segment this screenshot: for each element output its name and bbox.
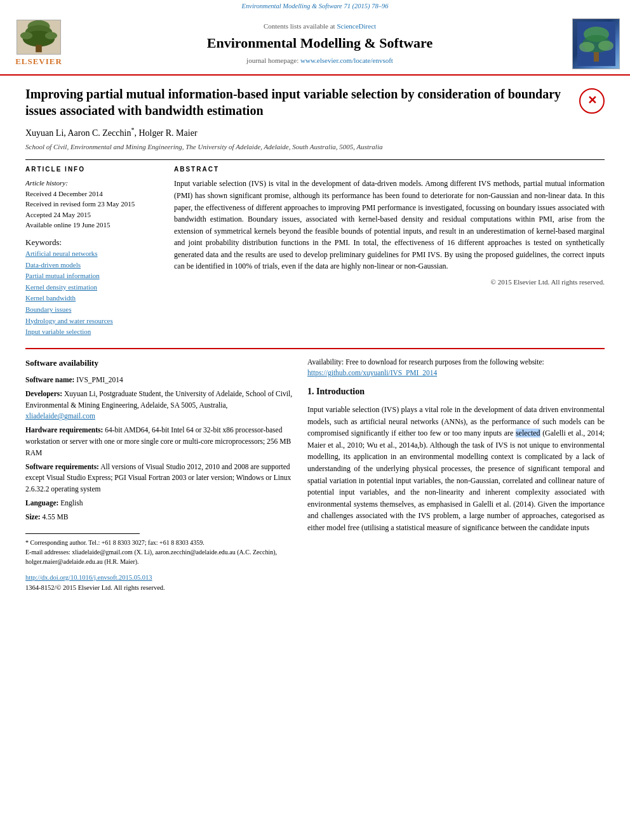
keyword-item[interactable]: Boundary issues: [25, 304, 159, 316]
availability-prefix: Availability: Free to download for resea…: [307, 358, 544, 366]
keyword-item[interactable]: Artificial neural networks: [25, 248, 159, 260]
crossmark-icon: ✕: [587, 93, 597, 108]
available-date: Available online 19 June 2015: [25, 220, 159, 230]
svg-point-6: [45, 32, 57, 39]
body-section: Software availability Software name: IVS…: [25, 357, 605, 593]
lower-divider: [25, 348, 605, 349]
page-content: Improving partial mutual information-bas…: [0, 76, 630, 604]
svg-point-10: [579, 42, 594, 52]
article-info-label: ARTICLE INFO: [25, 165, 159, 174]
introduction-col: Availability: Free to download for resea…: [307, 357, 605, 593]
doi-link[interactable]: http://dx.doi.org/10.1016/j.envsoft.2015…: [25, 574, 152, 581]
journal-homepage: journal homepage: www.elsevier.com/locat…: [67, 56, 572, 65]
revised-date: Received in revised form 23 May 2015: [25, 199, 159, 210]
article-title-section: Improving partial mutual information-bas…: [25, 86, 605, 119]
software-name-value: IVS_PMI_2014: [76, 376, 123, 383]
language-value: English: [60, 499, 83, 507]
footnote-divider: [25, 533, 140, 534]
corresponding-author-note: * Corresponding author. Tel.: +61 8 8303…: [25, 538, 292, 547]
keyword-item[interactable]: Kernel density estimation: [25, 282, 159, 293]
developers-value: Xuyuan Li, Postgraduate Student, the Uni…: [25, 390, 292, 409]
journal-thumbnail: [572, 18, 620, 69]
contents-line: Contents lists available at ScienceDirec…: [67, 22, 572, 31]
received-date: Received 4 December 2014: [25, 189, 159, 199]
journal-banner: ELSEVIER Contents lists available at Sci…: [0, 13, 630, 74]
footnote-block: * Corresponding author. Tel.: +61 8 8303…: [25, 538, 292, 566]
author-names: Xuyuan Li, Aaron C. Zecchin*, Holger R. …: [25, 128, 198, 138]
keyword-item[interactable]: Kernel bandwidth: [25, 293, 159, 304]
software-heading: Software availability: [25, 357, 292, 370]
abstract-col: ABSTRACT Input variable selection (IVS) …: [174, 165, 605, 337]
keyword-item[interactable]: Input variable selection: [25, 326, 159, 338]
keywords-heading: Keywords:: [25, 237, 159, 248]
journal-center-info: Contents lists available at ScienceDirec…: [67, 22, 572, 66]
journal-title: Environmental Modelling & Software: [67, 34, 572, 53]
copyright-line: © 2015 Elsevier Ltd. All rights reserved…: [174, 277, 605, 287]
software-req-entry: Software requirements: All versions of V…: [25, 462, 292, 495]
size-value: 4.55 MB: [43, 513, 69, 521]
selected-highlight: selected: [516, 429, 540, 437]
accepted-date: Accepted 24 May 2015: [25, 210, 159, 220]
article-title-text: Improving partial mutual information-bas…: [25, 86, 572, 119]
software-developers-entry: Developers: Xuyuan Li, Postgraduate Stud…: [25, 389, 292, 422]
hardware-label: Hardware requirements:: [25, 426, 103, 434]
svg-point-11: [598, 41, 613, 51]
article-history: Article history: Received 4 December 201…: [25, 178, 159, 230]
journal-header: Environmental Modelling & Software 71 (2…: [0, 0, 630, 76]
developers-email-link[interactable]: xliadelaide@gmail.com: [25, 412, 95, 420]
issn-line: 1364-8152/© 2015 Elsevier Ltd. All right…: [25, 583, 292, 593]
article-info-col: ARTICLE INFO Article history: Received 4…: [25, 165, 159, 337]
abstract-text: Input variable selection (IVS) is vital …: [174, 178, 605, 272]
keyword-item[interactable]: Hydrology and water resources: [25, 316, 159, 327]
language-label: Language:: [25, 499, 58, 507]
history-heading: Article history:: [25, 178, 159, 189]
software-col: Software availability Software name: IVS…: [25, 357, 292, 593]
svg-point-5: [20, 32, 32, 39]
journal-homepage-link[interactable]: www.elsevier.com/locate/envsoft: [300, 57, 393, 64]
elsevier-logo: ELSEVIER: [10, 20, 67, 67]
software-req-label: Software requirements:: [25, 463, 99, 470]
size-label: Size:: [25, 513, 41, 521]
size-entry: Size: 4.55 MB: [25, 512, 292, 523]
keyword-item[interactable]: Partial mutual information: [25, 270, 159, 282]
introduction-text: Input variable selection (IVS) plays a v…: [307, 404, 605, 534]
email-footnote: E-mail addresses: xliadelaide@gmail.com …: [25, 547, 292, 566]
introduction-heading: 1. Introduction: [307, 385, 605, 399]
crossmark-badge: ✕: [579, 88, 605, 114]
hardware-entry: Hardware requirements: 64-bit AMD64, 64-…: [25, 425, 292, 458]
elsevier-tree-image: [17, 20, 61, 55]
article-info-abstract-section: ARTICLE INFO Article history: Received 4…: [25, 165, 605, 337]
developers-label: Developers:: [25, 390, 62, 397]
abstract-label: ABSTRACT: [174, 165, 605, 174]
language-entry: Language: English: [25, 498, 292, 509]
journal-ref-line: Environmental Modelling & Software 71 (2…: [0, 0, 630, 13]
elsevier-text-label: ELSEVIER: [15, 56, 62, 67]
intro-number: 1.: [307, 387, 314, 396]
authors-line: Xuyuan Li, Aaron C. Zecchin*, Holger R. …: [25, 126, 605, 140]
email-label: E-mail addresses:: [25, 549, 70, 556]
software-name-label: Software name:: [25, 376, 74, 383]
affiliation-line: School of Civil, Environmental and Minin…: [25, 142, 605, 152]
intro-title: Introduction: [316, 387, 365, 396]
software-name-entry: Software name: IVS_PMI_2014: [25, 375, 292, 386]
svg-rect-4: [36, 45, 42, 53]
divider-1: [25, 159, 605, 160]
keywords-section: Keywords: Artificial neural networks Dat…: [25, 237, 159, 338]
doi-line: http://dx.doi.org/10.1016/j.envsoft.2015…: [25, 573, 292, 583]
sciencedirect-link[interactable]: ScienceDirect: [337, 22, 376, 30]
availability-note: Availability: Free to download for resea…: [307, 357, 605, 379]
svg-rect-12: [594, 52, 599, 62]
availability-link[interactable]: https://github.com/xuyuanli/IVS_PMI_2014: [307, 369, 437, 377]
keyword-item[interactable]: Data-driven models: [25, 260, 159, 271]
